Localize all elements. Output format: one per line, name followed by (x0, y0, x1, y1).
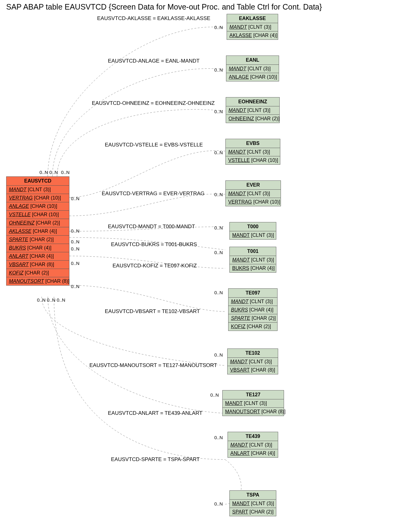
relation-label: EAUSVTCD-VSTELLE = EVBS-VSTELLE (105, 142, 203, 148)
entity-header: EVBS (226, 139, 280, 148)
entity-header: T001 (230, 247, 276, 256)
field-row: MANDT [CLNT (3)] (226, 65, 279, 73)
field-row: MANDT [CLNT (3)] (227, 23, 278, 31)
relation-label: EAUSVTCD-BUKRS = T001-BUKRS (111, 241, 197, 248)
cardinality-label: 0..N (39, 170, 48, 175)
entity-header: TE102 (228, 349, 278, 358)
field-row: MANDT [CLNT (3)] (228, 441, 278, 449)
field-row: ANLAGE [CHAR (10)] (226, 73, 279, 81)
cardinality-label: 0..N (214, 250, 223, 255)
field-row: MANOUTSORT [CHAR (8)] (223, 408, 284, 416)
field-row: VSTELLE [CHAR (10)] (6, 211, 69, 219)
field-row: KOFIZ [CHAR (2)] (6, 269, 69, 277)
relation-label: EAUSVTCD-MANDT = T000-MANDT (108, 224, 195, 230)
entity-header: EAUSVTCD (6, 177, 69, 186)
field-row: SPART [CHAR (2)] (230, 508, 276, 516)
field-row: MANDT [CLNT (3)] (226, 106, 279, 115)
cardinality-label: 0..N (71, 284, 80, 289)
field-row: VERTRAG [CHAR (10)] (226, 198, 281, 206)
field-row: MANDT [CLNT (3)] (226, 190, 281, 198)
cardinality-label: 0..N (214, 67, 223, 72)
cardinality-label: 0..N (214, 352, 223, 357)
cardinality-label: 0..N (71, 239, 80, 244)
cardinality-label: 0..N (214, 435, 223, 440)
entity-header: TE097 (228, 289, 277, 298)
entity-eanl: EANL MANDT [CLNT (3)] ANLAGE [CHAR (10)] (226, 56, 279, 81)
entity-tspa: TSPA MANDT [CLNT (3)] SPART [CHAR (2)] (229, 490, 276, 516)
field-row: MANDT [CLNT (3)] (230, 231, 276, 239)
field-row: ANLART [CHAR (4)] (6, 252, 69, 261)
entity-ever: EVER MANDT [CLNT (3)] VERTRAG [CHAR (10)… (225, 180, 281, 206)
field-row: MANOUTSORT [CHAR (8)] (6, 277, 69, 285)
field-row: MANDT [CLNT (3)] (230, 500, 276, 508)
field-row: MANDT [CLNT (3)] (228, 358, 278, 366)
entity-evbs: EVBS MANDT [CLNT (3)] VSTELLE [CHAR (10)… (225, 139, 280, 165)
entity-t001: T001 MANDT [CLNT (3)] BUKRS [CHAR (4)] (229, 247, 276, 273)
field-row: BUKRS [CHAR (4)] (230, 264, 276, 272)
field-row: SPARTE [CHAR (2)] (228, 314, 277, 323)
cardinality-label: 0..N (214, 501, 223, 506)
cardinality-label: 0..N (71, 228, 80, 233)
entity-header: EOHNEEINZ (226, 97, 279, 106)
relation-label: EAUSVTCD-AKLASSE = EAKLASSE-AKLASSE (97, 15, 210, 22)
field-row: MANDT [CLNT (3)] (223, 399, 284, 408)
entity-eaklasse: EAKLASSE MANDT [CLNT (3)] AKLASSE [CHAR … (227, 14, 278, 40)
field-row: MANDT [CLNT (3)] (226, 148, 280, 156)
cardinality-label: 0..N (214, 25, 223, 30)
field-row: SPARTE [CHAR (2)] (6, 236, 69, 244)
cardinality-label: 0..N (214, 192, 223, 197)
cardinality-label: 0..N (37, 297, 46, 303)
field-row: ANLART [CHAR (4)] (228, 449, 278, 457)
cardinality-label: 0..N (210, 392, 219, 398)
cardinality-label: 0..N (47, 297, 56, 303)
field-row: VBSART [CHAR (8)] (228, 366, 278, 374)
entity-te097: TE097 MANDT [CLNT (3)] BUKRS [CHAR (4)] … (228, 288, 278, 331)
cardinality-label: 0..N (71, 261, 80, 266)
relation-label: EAUSVTCD-ANLART = TE439-ANLART (108, 410, 202, 416)
cardinality-label: 0..N (214, 225, 223, 230)
entity-header: EVER (226, 181, 281, 190)
cardinality-label: 0..N (61, 170, 70, 175)
field-row: AKLASSE [CHAR (4)] (227, 31, 278, 39)
relation-label: EAUSVTCD-ANLAGE = EANL-MANDT (108, 58, 200, 64)
entity-te102: TE102 MANDT [CLNT (3)] VBSART [CHAR (8)] (227, 348, 278, 374)
entity-eohneeinz: EOHNEEINZ MANDT [CLNT (3)] OHNEEINZ [CHA… (226, 97, 280, 123)
field-row: VERTRAG [CHAR (10)] (6, 194, 69, 202)
cardinality-label: 0..N (57, 297, 65, 303)
page-title: SAP ABAP table EAUSVTCD {Screen Data for… (6, 2, 322, 11)
relation-label: EAUSVTCD-VBSART = TE102-VBSART (105, 308, 200, 315)
cardinality-label: 0..N (214, 150, 223, 155)
field-row: KOFIZ [CHAR (2)] (228, 323, 277, 331)
entity-header: TE439 (228, 432, 278, 441)
field-row: ANLAGE [CHAR (10)] (6, 202, 69, 211)
relation-label: EAUSVTCD-KOFIZ = TE097-KOFIZ (113, 263, 197, 269)
field-row: AKLASSE [CHAR (4)] (6, 227, 69, 236)
entity-te439: TE439 MANDT [CLNT (3)] ANLART [CHAR (4)] (228, 432, 278, 458)
entity-header: TSPA (230, 491, 276, 500)
cardinality-label: 0..N (71, 196, 80, 201)
entity-header: EANL (226, 56, 279, 65)
entity-header: T000 (230, 222, 276, 231)
field-row: OHNEEINZ [CHAR (2)] (6, 219, 69, 227)
relation-label: EAUSVTCD-VERTRAG = EVER-VERTRAG (102, 191, 204, 197)
field-row: MANDT [CLNT (3)] (228, 298, 277, 306)
relation-label: EAUSVTCD-MANOUTSORT = TE127-MANOUTSORT (89, 362, 217, 369)
entity-t000: T000 MANDT [CLNT (3)] (229, 222, 276, 240)
relation-label: EAUSVTCD-OHNEEINZ = EOHNEEINZ-OHNEEINZ (92, 100, 215, 106)
field-row: VSTELLE [CHAR (10)] (226, 156, 280, 164)
cardinality-label: 0..N (214, 290, 223, 295)
field-row: MANDT [CLNT (3)] (6, 186, 69, 194)
entity-header: TE127 (223, 390, 284, 399)
field-row: OHNEEINZ [CHAR (2)] (226, 115, 279, 123)
field-row: MANDT [CLNT (3)] (230, 256, 276, 264)
entity-eausvtcd: EAUSVTCD MANDT [CLNT (3)] VERTRAG [CHAR … (6, 176, 69, 286)
entity-te127: TE127 MANDT [CLNT (3)] MANOUTSORT [CHAR … (222, 390, 284, 416)
cardinality-label: 0..N (71, 246, 80, 251)
field-row: VBSART [CHAR (8)] (6, 261, 69, 269)
field-row: BUKRS [CHAR (4)] (228, 306, 277, 314)
cardinality-label: 0..N (49, 170, 58, 175)
cardinality-label: 0..N (214, 109, 223, 114)
entity-header: EAKLASSE (227, 14, 278, 23)
field-row: BUKRS [CHAR (4)] (6, 244, 69, 252)
relation-label: EAUSVTCD-SPARTE = TSPA-SPART (111, 456, 200, 463)
